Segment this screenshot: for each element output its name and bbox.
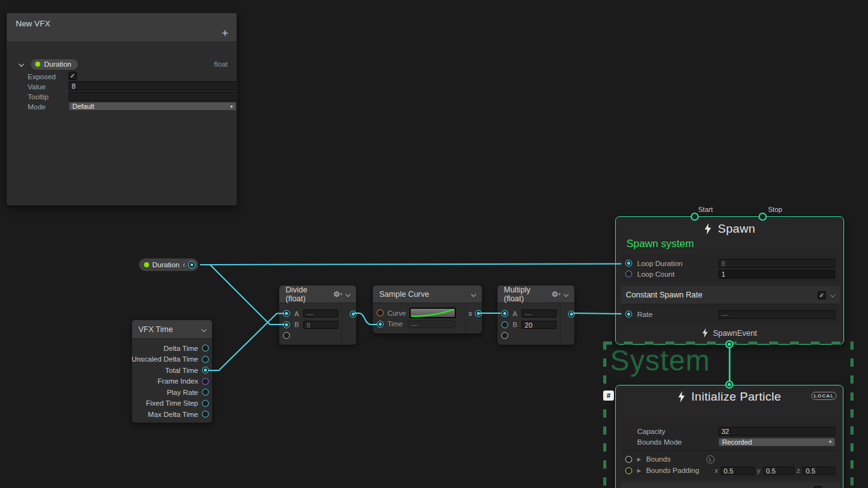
- lightning-icon: [704, 223, 712, 235]
- duration-output-port[interactable]: [188, 261, 196, 269]
- capacity-field[interactable]: 32: [718, 427, 835, 436]
- spawn-stop-flow-port[interactable]: [759, 213, 767, 221]
- loop-duration-field[interactable]: 8: [718, 259, 835, 268]
- initialize-particle-context-node[interactable]: Initialize Particle LOCAL Capacity 32 Bo…: [615, 385, 843, 488]
- time-field[interactable]: —: [408, 320, 455, 328]
- fixed-time-step-port[interactable]: [202, 400, 209, 407]
- duration-parameter-node[interactable]: Duration ‹: [138, 258, 199, 272]
- multiply-b-field[interactable]: 20: [521, 321, 557, 329]
- context-title: Initialize Particle: [691, 390, 781, 404]
- blackboard-panel[interactable]: New VFX + Duration float Exposed ✓ Value…: [6, 13, 237, 206]
- multiply-a-port[interactable]: [501, 310, 508, 317]
- block-enabled-checkbox[interactable]: ✓: [818, 291, 826, 299]
- multiply-output-port[interactable]: [568, 311, 575, 318]
- delta-time-port[interactable]: [202, 345, 209, 352]
- divide-a-field[interactable]: —: [303, 309, 338, 318]
- spawn-system-name[interactable]: Spawn system: [626, 238, 694, 250]
- value-field[interactable]: 8: [69, 81, 239, 91]
- bounds-padding-port[interactable]: [625, 467, 632, 474]
- bounds-padding-y-field[interactable]: 0.5: [763, 467, 794, 475]
- lightning-icon: [677, 391, 686, 402]
- divide-a-port[interactable]: [283, 310, 290, 317]
- lightning-icon: [702, 328, 708, 338]
- collapse-left-icon[interactable]: ‹: [182, 262, 185, 268]
- expander-triangle-icon[interactable]: ▶: [637, 468, 641, 474]
- spawn-start-flow-port[interactable]: [691, 213, 699, 221]
- divide-b-field[interactable]: 8: [303, 321, 338, 329]
- divide-b-port[interactable]: [283, 321, 290, 328]
- time-input-port[interactable]: [377, 321, 384, 328]
- gear-icon[interactable]: ⚙▾: [552, 290, 560, 299]
- rate-field[interactable]: —: [718, 310, 835, 319]
- divide-output-port[interactable]: [350, 311, 357, 318]
- axis-label-z: z: [797, 467, 800, 474]
- bounds-mode-dropdown[interactable]: Recorded ▾: [718, 438, 835, 446]
- gear-icon[interactable]: ⚙▾: [333, 290, 342, 299]
- divide-header[interactable]: Divide (float) ⚙▾: [279, 286, 356, 303]
- vfx-time-node[interactable]: VFX Time Delta Time Unscaled Delta Time …: [131, 319, 213, 423]
- loop-count-field[interactable]: 1: [718, 270, 835, 279]
- blackboard-header[interactable]: New VFX +: [7, 13, 236, 42]
- play-rate-port[interactable]: [202, 389, 209, 396]
- spawn-context-node[interactable]: Spawn Spawn system Loop Duration 8 Loop …: [615, 216, 844, 345]
- spawn-event-output-port[interactable]: [725, 340, 733, 348]
- input-label: A: [513, 310, 517, 318]
- chevron-down-icon[interactable]: [830, 292, 835, 297]
- rate-port[interactable]: [625, 311, 632, 318]
- divide-add-operand-port[interactable]: [283, 332, 290, 339]
- spawn-title-row[interactable]: Spawn: [616, 222, 843, 236]
- spawn-start-label: Start: [698, 206, 713, 213]
- chevron-down-icon[interactable]: [345, 291, 350, 296]
- parameter-pill[interactable]: Duration: [30, 58, 79, 70]
- multiply-a-field[interactable]: —: [521, 309, 557, 318]
- initialize-title-row[interactable]: Initialize Particle: [616, 390, 843, 404]
- spawn-stop-label: Stop: [768, 206, 782, 213]
- divide-node[interactable]: Divide (float) ⚙▾ A— B8: [279, 285, 357, 345]
- max-delta-time-port[interactable]: [202, 411, 209, 418]
- vfx-time-header[interactable]: VFX Time: [132, 320, 212, 339]
- expander-triangle-icon[interactable]: ▶: [637, 457, 641, 462]
- curve-input-port[interactable]: [377, 309, 384, 316]
- chevron-down-icon[interactable]: [201, 326, 206, 331]
- initialize-input-port[interactable]: [725, 380, 733, 389]
- multiply-b-port[interactable]: [501, 321, 508, 328]
- multiply-node[interactable]: Multiply (float) ⚙▾ A— B20: [497, 285, 575, 345]
- partial-block[interactable]: [621, 482, 840, 488]
- chevron-down-icon[interactable]: [19, 62, 24, 67]
- chevron-down-icon[interactable]: [471, 291, 476, 296]
- setting-label: Bounds: [646, 455, 670, 463]
- input-label: Curve: [387, 309, 406, 317]
- settings-divider: [621, 450, 840, 451]
- output-label: Total Time: [165, 367, 198, 374]
- frame-index-port[interactable]: [202, 378, 209, 385]
- bounds-padding-x-field[interactable]: 0.5: [721, 467, 755, 475]
- space-scope-badge[interactable]: LOCAL: [811, 392, 837, 400]
- sample-curve-header[interactable]: Sample Curve: [373, 286, 482, 303]
- sample-curve-node[interactable]: Sample Curve Curve Time — s: [372, 285, 482, 334]
- setting-label: Bounds Padding: [646, 467, 699, 474]
- add-parameter-button[interactable]: +: [221, 27, 228, 40]
- edge-totaltime-divide-a: [208, 314, 284, 371]
- multiply-add-operand-port[interactable]: [501, 332, 508, 339]
- total-time-port[interactable]: [202, 367, 209, 374]
- label-attribute-badge[interactable]: #: [603, 391, 614, 401]
- sample-output-port[interactable]: [475, 310, 482, 317]
- node-title: Divide (float): [286, 286, 326, 303]
- curve-preview[interactable]: [409, 308, 456, 318]
- chevron-down-icon[interactable]: [564, 291, 569, 296]
- exposed-checkbox[interactable]: ✓: [69, 72, 77, 80]
- loop-count-port[interactable]: [625, 270, 632, 277]
- tooltip-field[interactable]: [69, 92, 239, 101]
- constant-spawn-rate-block-header[interactable]: Constant Spawn Rate ✓: [621, 286, 840, 304]
- vfx-graph-canvas[interactable]: System Duration ‹ VFX Time Delta Time Un…: [0, 0, 868, 488]
- bounds-port[interactable]: [625, 456, 632, 463]
- multiply-header[interactable]: Multiply (float) ⚙▾: [498, 286, 574, 303]
- system-group-label: System: [610, 343, 710, 377]
- bounds-padding-z-field[interactable]: 0.5: [803, 467, 835, 475]
- mode-label: Mode: [28, 103, 46, 111]
- space-local-toggle[interactable]: L: [706, 455, 715, 463]
- loop-duration-port[interactable]: [625, 260, 632, 267]
- unscaled-delta-time-port[interactable]: [202, 356, 209, 363]
- mode-dropdown[interactable]: Default ▾: [69, 102, 236, 111]
- parameter-row[interactable]: Duration float: [7, 57, 236, 71]
